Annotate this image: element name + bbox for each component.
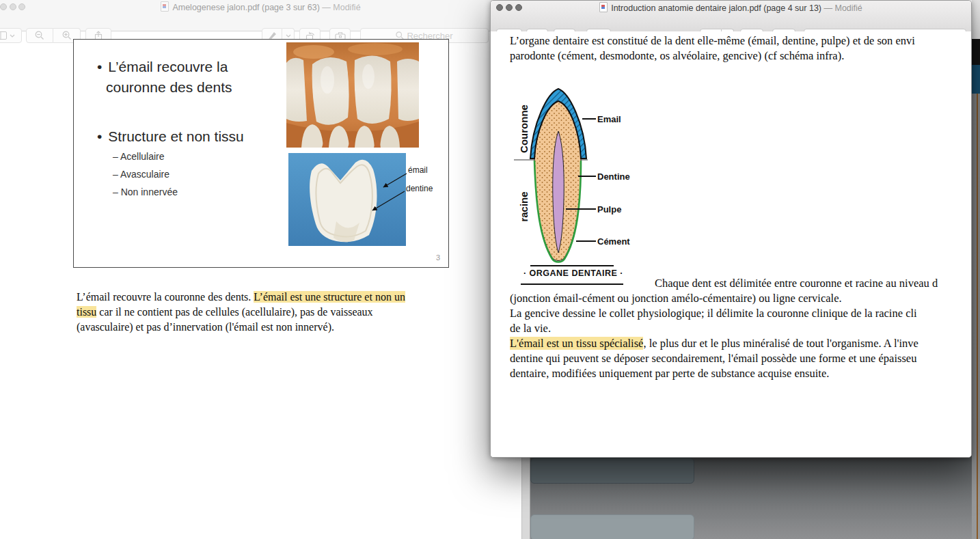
pdf-document-icon [599,2,608,12]
chevron-down-icon [10,34,15,38]
slide-dentine-label: dentine [406,184,433,193]
paragraph-line: L’émail recouvre la couronne des dents. … [77,290,459,305]
text-line: parodonte (cément, desmodonte, os alvéol… [510,49,915,64]
background-gray-sliver [972,94,980,539]
text-line: dentine qui peuvent se déposer secondair… [510,351,938,366]
diagram-email-label: Email [597,114,621,124]
window-title-text: Introduction anatomie dentaire jalon.pdf… [611,3,821,13]
diagram-pulpe-label: Pulpe [597,204,621,215]
text-line: dentaire, modifiées uniquement par perte… [510,366,938,381]
slide-bullet: •Structure et non tissu [97,128,244,145]
diagram-cement-label: Cément [597,236,630,247]
slide-sub-item: – Non innervée [113,186,178,197]
pdf-text-paragraph: L’émail recouvre la couronne des dents. … [77,290,459,335]
pdf-slide-page: •L’émail recouvre la couronne des dents … [73,39,449,268]
diagram-dentine-label: Dentine [597,171,630,182]
text-line: (jonction émail-cément ou jonction amélo… [510,291,938,306]
background-black-sliver [972,39,980,65]
background-titlebar-sliver [972,0,980,39]
pdf-page-content: L’organe dentaire est constitué de la de… [491,31,971,457]
view-menu-button[interactable] [0,28,22,43]
tooth-diagram-figure [510,83,646,290]
right-titlebar[interactable]: Introduction anatomie dentaire jalon.pdf… [491,1,971,14]
right-toolbar: Rechercher [491,14,971,32]
slide-bullet-text: L’émail recouvre la [108,59,228,74]
window-title: Introduction anatomie dentaire jalon.pdf… [491,2,971,13]
text-line: L'émail est un tissu spécialisé, le plus… [510,336,938,351]
pdf-document-icon [161,1,169,12]
highlighted-text: L'émail est un tissu spécialisé [510,337,643,350]
text-line: La gencive dessine le collet physiologiq… [510,306,938,321]
paragraph-line: (avasculaire) et pas d’innervation (l'ém… [77,320,459,335]
highlighted-text: L’émail est une structure et non un [254,291,405,303]
background-panel [530,514,694,539]
slide-email-label: émail [408,165,428,175]
tooth-section-photo [288,153,406,246]
zoom-in-icon [62,31,72,40]
slide-bullet: •L’émail recouvre la [97,59,228,75]
diagram-couronne-label: Couronne [518,99,530,159]
chevron-down-icon [286,34,291,38]
left-titlebar[interactable]: Amelogenese jalon.pdf (page 3 sur 63) — … [0,0,521,13]
text-line: L’organe dentaire est constitué de la de… [510,33,915,49]
window-modified-text: — Modifié [322,3,360,12]
slide-sub-item: – Acellulaire [113,151,165,162]
text-line: Chaque dent est délimitée entre couronne… [510,276,938,291]
window-modified-text: — Modifié [824,3,862,13]
background-navy-sliver [972,65,980,94]
caption-rule-top [530,265,614,266]
preview-window-amelogenese: Amelogenese jalon.pdf (page 3 sur 63) — … [0,0,522,539]
text-line: de la vie. [510,321,938,336]
highlighted-text: tissu [77,306,96,318]
background-brown-line [977,94,978,539]
zoom-out-icon [35,31,44,40]
body-paragraphs: Chaque dent est délimitée entre couronne… [510,276,938,381]
sidebar-icon [0,31,8,40]
background-panel [530,458,694,484]
zoom-out-button[interactable] [26,28,53,43]
slide-bullet-text: couronne des dents [106,79,232,96]
left-toolbar: Rechercher [0,13,521,31]
window-title-text: Amelogenese jalon.pdf (page 3 sur 63) [172,3,319,12]
preview-window-anatomie-dentaire: Introduction anatomie dentaire jalon.pdf… [490,0,972,458]
background-window-right-strip [972,0,980,539]
slide-sub-item: – Avasculaire [113,169,169,180]
diagram-racine-label: racine [518,190,530,224]
intro-paragraph: L’organe dentaire est constitué de la de… [510,33,915,64]
slide-page-number: 3 [436,253,440,262]
window-title: Amelogenese jalon.pdf (page 3 sur 63) — … [0,1,521,12]
teeth-photo [286,42,419,148]
slide-bullet-text: Structure et non tissu [108,128,243,144]
tooth-diagram: Email Dentine Pulpe Cément Couronne raci… [510,83,646,290]
paragraph-line: tissu car il ne contient pas de cellules… [77,305,459,320]
